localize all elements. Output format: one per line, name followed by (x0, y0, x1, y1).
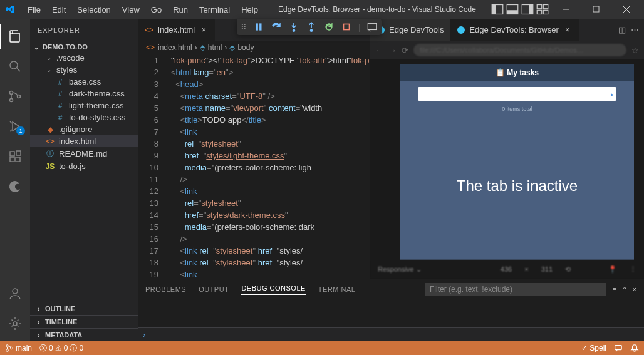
file-gitignore[interactable]: ◆.gitignore (30, 123, 138, 135)
menu-edit[interactable]: Edit (47, 3, 71, 17)
file-todo-js[interactable]: JSto-do.js (30, 160, 138, 172)
layout-panel-right-icon[interactable] (521, 3, 534, 16)
more-icon[interactable]: ⋮ (630, 265, 636, 274)
css-file-icon: # (55, 78, 65, 86)
chevron-down-icon: ⌄ (33, 44, 40, 51)
svg-rect-18 (344, 24, 350, 30)
svg-rect-5 (529, 5, 533, 14)
project-root[interactable]: ⌄DEMO-TO-DO (30, 42, 138, 52)
menu-selection[interactable]: Selection (72, 3, 115, 17)
accounts-activity-button[interactable] (0, 281, 30, 306)
menu-file[interactable]: File (23, 3, 46, 17)
file-index-html[interactable]: <>index.html (30, 135, 138, 147)
edge-activity-button[interactable] (0, 174, 30, 199)
editor-tab-index-html[interactable]: <> index.html × (138, 19, 216, 41)
code-editor[interactable]: 12345678910111213141516171819 "tok-punc"… (138, 54, 370, 279)
layout-panel-bottom-icon[interactable] (506, 3, 519, 16)
menu-view[interactable]: View (117, 3, 145, 17)
close-panel-icon[interactable]: × (633, 286, 636, 293)
layout-grid-icon[interactable] (536, 3, 549, 16)
file-readme-md[interactable]: ⓘREADME.md (30, 147, 138, 160)
feedback-icon[interactable] (614, 344, 623, 352)
folder-vscode[interactable]: ⌄.vscode (30, 52, 138, 64)
app-search-input[interactable]: ▸ (418, 87, 616, 101)
menu-run[interactable]: Run (168, 3, 193, 17)
rotate-icon[interactable]: ⟲ (565, 265, 571, 274)
filter-input[interactable] (425, 283, 606, 296)
browser-refresh-icon[interactable]: ⟳ (402, 46, 408, 55)
responsive-label[interactable]: Responsive ⌄ (378, 265, 422, 274)
more-actions-icon[interactable]: ⋯ (631, 25, 639, 34)
search-activity-button[interactable] (0, 54, 30, 79)
folder-styles[interactable]: ⌄styles (30, 64, 138, 76)
split-editor-icon[interactable]: ◫ (618, 25, 626, 34)
browser-bookmark-icon[interactable]: ☆ (631, 46, 639, 55)
spell-status[interactable]: ✓ Spell (581, 344, 606, 352)
outline-section[interactable]: ›OUTLINE (30, 302, 138, 315)
bell-icon[interactable] (630, 344, 639, 352)
svg-point-17 (310, 29, 313, 32)
debug-console-tab[interactable]: DEBUG CONSOLE (241, 284, 305, 295)
problems-status[interactable]: ⓧ0 ⚠0 ⓘ0 (39, 343, 83, 354)
menu-terminal[interactable]: Terminal (194, 3, 235, 17)
menu-go[interactable]: Go (146, 3, 167, 17)
extensions-activity-button[interactable] (0, 144, 30, 169)
browser-url-input[interactable]: file:///C:/Users/collabora/Documents/Git… (413, 44, 626, 56)
css-file-icon: # (55, 113, 65, 122)
svg-rect-8 (537, 10, 542, 14)
drag-handle-icon[interactable]: ⠿ (241, 23, 247, 32)
devtools-tab-elements[interactable]: Edge DevTools (370, 19, 450, 41)
close-tab-icon[interactable]: × (199, 25, 209, 35)
svg-rect-11 (593, 6, 599, 12)
metadata-section[interactable]: ›METADATA (30, 328, 138, 341)
browser-back-icon[interactable]: ← (375, 46, 383, 55)
output-tab[interactable]: OUTPUT (199, 286, 229, 293)
repl-chevron-icon[interactable]: › (143, 330, 145, 339)
stop-icon[interactable] (341, 21, 352, 33)
git-file-icon: ◆ (45, 125, 55, 134)
close-tab-icon[interactable]: × (563, 25, 573, 35)
window-close-button[interactable] (614, 0, 639, 19)
svg-rect-29 (16, 151, 21, 155)
pause-icon[interactable] (253, 21, 264, 33)
css-file-icon: # (55, 90, 65, 98)
explorer-activity-button[interactable] (0, 24, 30, 49)
step-over-icon[interactable] (271, 21, 282, 33)
breadcrumb[interactable]: <>index.html › ⬘html › ⬘body (138, 41, 370, 54)
window-minimize-button[interactable] (554, 0, 579, 19)
file-light-theme-css[interactable]: #light-theme.css (30, 100, 138, 111)
more-actions-icon[interactable]: ⋯ (123, 26, 130, 34)
timeline-section[interactable]: ›TIMELINE (30, 315, 138, 328)
expand-panel-icon[interactable]: ^ (623, 286, 626, 293)
restart-icon[interactable] (323, 21, 335, 33)
step-out-icon[interactable] (306, 21, 317, 33)
svg-point-22 (10, 91, 13, 95)
settings-icon[interactable]: ≡ (613, 286, 616, 293)
browser-forward-icon[interactable]: → (388, 46, 397, 55)
problems-tab[interactable]: PROBLEMS (145, 286, 186, 293)
debug-activity-button[interactable]: 1 (0, 114, 30, 139)
location-icon[interactable]: 📍 (608, 265, 617, 274)
svg-point-31 (13, 322, 17, 326)
html-file-icon: <> (144, 26, 154, 34)
file-dark-theme-css[interactable]: #dark-theme.css (30, 88, 138, 100)
svg-rect-1 (492, 5, 496, 14)
screencast-icon[interactable] (366, 21, 378, 33)
step-into-icon[interactable] (288, 21, 299, 33)
svg-point-35 (6, 349, 9, 352)
file-base-css[interactable]: #base.css (30, 76, 138, 88)
layout-panel-left-icon[interactable] (491, 3, 504, 16)
settings-activity-button[interactable] (0, 311, 30, 336)
file-todo-styles-css[interactable]: #to-do-styles.css (30, 111, 138, 123)
chevron-right-icon: › (35, 319, 43, 326)
inactive-message: The tab is inactive (457, 177, 578, 195)
devtools-tab-browser[interactable]: Edge DevTools: Browser × (450, 19, 579, 41)
edge-icon (457, 26, 465, 34)
brackets-icon: ⬘ (200, 43, 205, 52)
scm-activity-button[interactable] (0, 84, 30, 109)
menu-help[interactable]: Help (236, 3, 263, 17)
window-maximize-button[interactable] (584, 0, 609, 19)
html-file-icon: <> (145, 43, 155, 52)
branch-status[interactable]: main (5, 344, 32, 352)
terminal-tab[interactable]: TERMINAL (318, 286, 356, 293)
